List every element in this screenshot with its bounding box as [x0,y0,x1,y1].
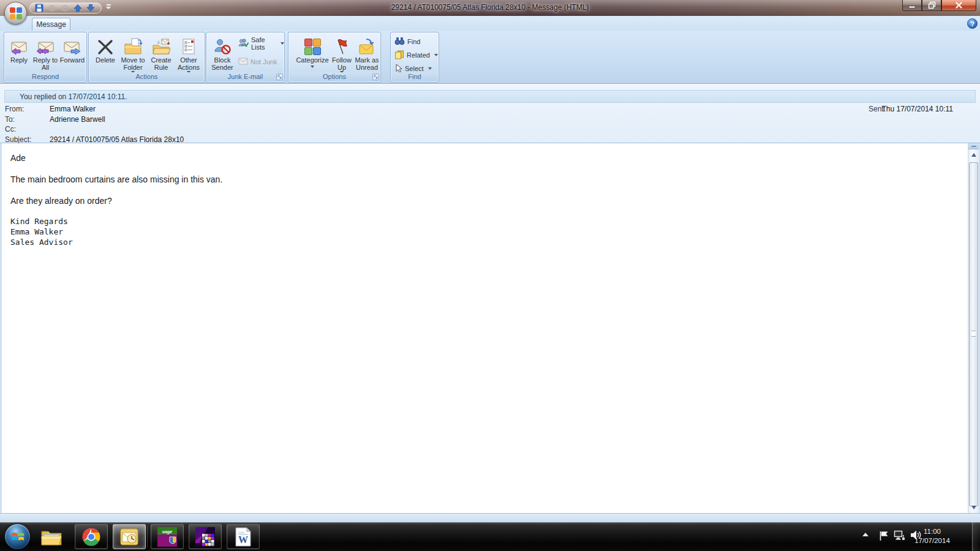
forward-label: Forward [60,56,85,64]
other-actions-icon [181,35,197,55]
from-value: Emma Walker [50,105,96,113]
categorize-label: Categorize [296,56,328,64]
options-dialog-launcher[interactable] [372,73,379,80]
taskbar-item-sage[interactable]: sage [151,524,184,549]
start-button[interactable] [5,524,30,549]
reply-button[interactable]: Reply [7,35,31,64]
follow-up-button[interactable]: Follow Up [329,35,355,73]
mark-as-unread-icon [358,35,376,55]
forward-button[interactable]: Forward [58,35,86,64]
scrollbar-thumb[interactable] [969,162,978,506]
restore-icon [928,1,936,9]
not-junk-button[interactable]: Not Junk [238,56,277,68]
categorize-button[interactable]: Categorize [295,35,330,68]
to-value: Adrienne Barwell [50,115,105,124]
block-sender-button[interactable]: Block Sender [209,35,236,71]
show-desktop-button[interactable] [972,522,980,551]
group-actions: Delete Move to Folder Create Rule Other … [88,32,205,83]
chevron-down-icon [428,67,432,70]
splitter-handle[interactable] [968,143,979,149]
minimize-button[interactable] [902,0,922,11]
signature-line: Sales Advisor [10,237,960,247]
subject-value: 29214 / AT010075/05 Atlas Florida 28x10 [50,135,184,144]
reply-label: Reply [10,56,28,64]
select-label: Select [405,65,424,72]
window-title: 29214 / AT010075/05 Atlas Florida 28x10 … [0,3,980,12]
reply-to-all-label: Reply to All [32,56,58,71]
junk-dialog-launcher[interactable] [276,73,283,80]
window-bottom-border [0,513,980,522]
create-rule-button[interactable]: Create Rule [149,35,173,71]
find-label: Find [407,38,420,45]
previous-item-icon[interactable] [73,4,82,13]
forward-icon [63,35,81,55]
group-label-junk: Junk E-mail [207,72,284,81]
network-icon[interactable] [894,530,906,541]
save-icon[interactable] [34,4,43,13]
create-rule-label: Create Rule [149,56,173,71]
next-item-icon[interactable] [86,4,95,13]
taskbar-item-word[interactable]: W [227,524,260,549]
related-button[interactable]: Related [394,49,438,61]
action-center-flag-icon[interactable] [878,530,889,541]
mark-as-unread-button[interactable]: Mark as Unread [353,35,380,71]
undo-icon[interactable] [47,4,56,13]
reply-to-all-icon [36,35,55,55]
taskbar-item-outlook[interactable] [113,524,146,549]
block-sender-label: Block Sender [209,56,236,71]
taskbar-clock[interactable]: 11:00 17/07/2014 [908,527,956,545]
reply-to-all-button[interactable]: Reply to All [32,35,58,71]
clock-date: 17/07/2014 [908,536,956,545]
show-hidden-icons-button[interactable] [862,533,869,536]
mark-as-unread-label: Mark as Unread [353,56,380,71]
sent-value: Thu 17/07/2014 10:11 [881,105,953,113]
other-actions-button[interactable]: Other Actions [174,35,203,73]
customize-qat-icon[interactable] [105,4,112,12]
redo-icon[interactable] [60,4,69,13]
office-button[interactable] [4,2,27,24]
related-label: Related [407,51,430,59]
delete-icon [97,35,114,55]
message-body-pane[interactable]: Ade The main bedroom curtains are also m… [0,143,980,513]
delete-label: Delete [96,56,115,64]
scroll-up-button[interactable] [968,150,979,160]
tab-message[interactable]: Message [32,18,70,31]
follow-up-icon [334,35,349,55]
minimize-icon [908,2,916,9]
scroll-down-button[interactable] [968,503,979,512]
taskbar-item-design-suite[interactable] [189,524,222,549]
from-label: From: [5,105,24,113]
related-icon [394,50,404,61]
ribbon-tab-row: Message [0,16,980,31]
chevron-down-icon [281,42,284,45]
move-to-folder-button[interactable]: Move to Folder [118,35,148,73]
vertical-scrollbar[interactable] [968,143,979,513]
taskbar-item-chrome[interactable] [75,524,108,549]
svg-text:sage: sage [162,528,173,534]
not-junk-label: Not Junk [251,58,277,66]
taskbar-item-explorer[interactable] [38,526,65,549]
group-find: Find Related Select Find [390,32,439,83]
safe-lists-icon [238,39,249,48]
chevron-down-icon [434,54,438,56]
other-actions-label: Other Actions [174,56,203,71]
restore-button[interactable] [922,0,941,11]
find-button[interactable]: Find [394,36,420,48]
outlook-message-window: 29214 / AT010075/05 Atlas Florida 28x10 … [0,0,980,551]
outlook-icon [120,528,138,546]
help-icon[interactable] [967,18,978,29]
close-button[interactable] [941,0,976,11]
move-to-folder-label: Move to Folder [118,56,148,71]
signature-block: Kind Regards Emma Walker Sales Advisor [10,216,960,247]
group-options: Categorize Follow Up Mark as Unread Opti… [288,32,381,83]
windows-logo-icon [10,530,25,544]
info-bar: You replied on 17/07/2014 10:11. [4,90,976,103]
group-label-actions: Actions [89,72,204,81]
message-header: You replied on 17/07/2014 10:11. From: E… [0,84,980,143]
safe-lists-button[interactable]: Safe Lists [238,37,284,50]
quick-access-toolbar [29,2,102,13]
not-junk-icon [238,58,248,66]
delete-button[interactable]: Delete [94,35,117,64]
chrome-icon [82,528,100,546]
group-junk-email: Block Sender Safe Lists Not Junk Junk E-… [206,32,285,83]
